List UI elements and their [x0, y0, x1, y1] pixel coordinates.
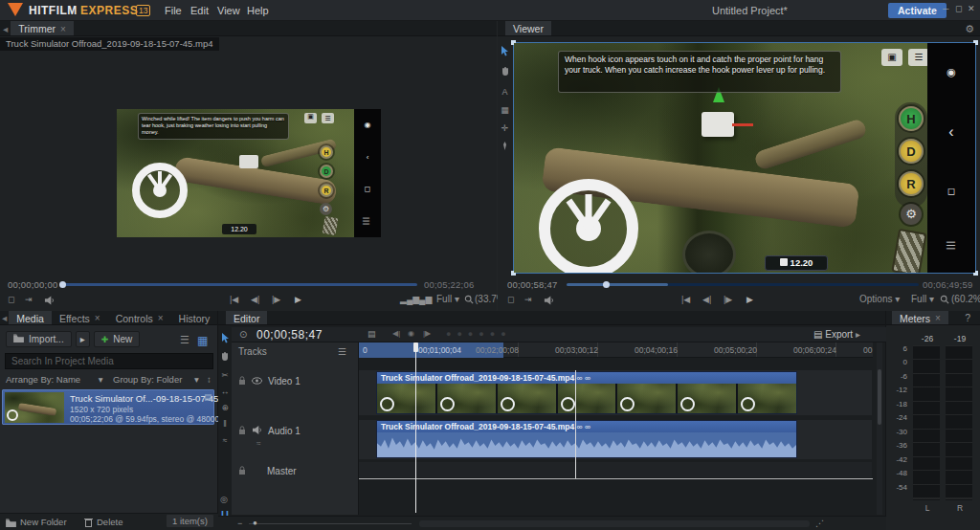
- new-folder-icon[interactable]: [6, 519, 16, 529]
- lock-icon[interactable]: [238, 426, 246, 436]
- viewer-seek-bar[interactable]: [567, 283, 919, 286]
- loop-icon[interactable]: ◻: [507, 295, 514, 304]
- maximize-button[interactable]: ◻: [955, 4, 962, 13]
- viewer-fit-select[interactable]: Full ▾: [911, 294, 934, 304]
- frame-forward-icon[interactable]: |▶: [724, 295, 732, 304]
- video-clip[interactable]: Truck Simulator Offroad_2019-09-18-15-07…: [376, 371, 797, 414]
- prev-keyframe-icon[interactable]: ◀|: [392, 329, 400, 338]
- new-folder-button[interactable]: New Folder: [20, 517, 67, 527]
- text-tool-icon[interactable]: A: [501, 87, 507, 97]
- orbit-tool-icon[interactable]: ◎: [220, 495, 228, 504]
- trimmer-seek-bar[interactable]: [61, 283, 417, 286]
- group-by-select[interactable]: Group By: Folder ▾: [113, 374, 199, 385]
- rate-stretch-tool-icon[interactable]: ‖: [223, 419, 227, 429]
- trimmer-playhead-handle[interactable]: [59, 281, 66, 288]
- master-lane[interactable]: [359, 462, 872, 477]
- loop-icon[interactable]: ◻: [8, 295, 14, 304]
- editor-vscrollbar[interactable]: [877, 342, 882, 515]
- arrange-by-select[interactable]: Arrange By: Name ▾: [6, 374, 103, 385]
- dropper-tool-icon[interactable]: [501, 142, 509, 153]
- delete-icon[interactable]: [84, 518, 93, 529]
- timeline-playhead[interactable]: [415, 342, 416, 513]
- levels-icon[interactable]: ▄▆: [419, 295, 432, 304]
- menu-help[interactable]: Help: [247, 5, 269, 16]
- frame-back-icon[interactable]: ◀|: [702, 295, 711, 304]
- tab-close-icon[interactable]: ×: [95, 313, 100, 323]
- trimmer-video-preview[interactable]: Winched while lifted! The item dangers t…: [117, 109, 381, 237]
- tab-editor[interactable]: Editor: [226, 311, 267, 324]
- ripple-tool-icon[interactable]: ↔: [221, 386, 230, 396]
- viewer-video-frame[interactable]: When hook icon appears touch on it and c…: [513, 42, 976, 274]
- zoom-slider-handle[interactable]: ●: [253, 519, 257, 527]
- viewer-playhead-handle[interactable]: [603, 281, 610, 288]
- tab-viewer[interactable]: Viewer: [505, 21, 551, 35]
- audio-sync-icon[interactable]: ≈: [256, 439, 260, 448]
- menu-file[interactable]: File: [165, 5, 182, 16]
- go-to-start-icon[interactable]: |◀: [230, 295, 238, 304]
- panel-help-icon[interactable]: ?: [957, 311, 978, 323]
- import-dropdown-button[interactable]: ▸: [76, 331, 90, 347]
- editor-hscrollbar[interactable]: [419, 520, 810, 527]
- playhead-grip[interactable]: [413, 342, 418, 352]
- lock-icon[interactable]: [238, 376, 246, 386]
- panel-gear-icon[interactable]: ⚙: [965, 23, 974, 35]
- next-keyframe-icon[interactable]: |▶: [423, 329, 431, 338]
- snapshot-icon[interactable]: ▤: [368, 329, 376, 339]
- minimize-button[interactable]: ─: [943, 4, 948, 13]
- frame-forward-icon[interactable]: |▶: [272, 295, 280, 304]
- hand-tool-icon[interactable]: [501, 67, 510, 78]
- lock-icon[interactable]: [238, 466, 246, 476]
- zoom-magnifier-icon[interactable]: [940, 295, 949, 306]
- viewer-options-select[interactable]: Options ▾: [859, 294, 900, 304]
- tab-close-icon[interactable]: ×: [158, 313, 164, 323]
- slip-tool-icon[interactable]: ⊕: [221, 403, 228, 412]
- razor-tool-icon[interactable]: ✂: [221, 370, 228, 380]
- go-to-start-icon[interactable]: |◀: [681, 295, 690, 304]
- vscrollbar-thumb[interactable]: [878, 369, 881, 425]
- new-button[interactable]: ✚ New: [94, 331, 141, 347]
- editor-timecode[interactable]: 00;00;58;47: [256, 328, 323, 342]
- trimmer-fit-select[interactable]: Full ▾: [436, 294, 459, 304]
- export-frame-icon[interactable]: ⇥: [524, 295, 532, 304]
- histogram-icon[interactable]: ▂▄▆: [400, 295, 419, 304]
- hand-tool-icon[interactable]: [220, 352, 230, 364]
- eye-icon[interactable]: [252, 376, 262, 386]
- menu-edit[interactable]: Edit: [190, 5, 209, 16]
- play-icon[interactable]: ▶: [746, 295, 753, 304]
- channels-tool-icon[interactable]: ▦: [501, 105, 509, 115]
- media-item-row[interactable]: Truck Simulator Of...-09-18-15-07-45.mp4…: [2, 389, 214, 425]
- tab-media[interactable]: Media: [9, 311, 52, 324]
- move-tool-icon[interactable]: ✛: [501, 123, 509, 133]
- panel-scroll-left-icon[interactable]: ◂: [0, 21, 11, 35]
- sort-direction-icon[interactable]: ↕: [207, 374, 212, 385]
- timeline-option-buttons[interactable]: ●●●●●●: [446, 329, 512, 339]
- delete-button[interactable]: Delete: [97, 517, 122, 527]
- play-icon[interactable]: ▶: [295, 295, 301, 304]
- speaker-icon[interactable]: [252, 426, 262, 436]
- frame-back-icon[interactable]: ◀|: [251, 295, 259, 304]
- zoom-out-icon[interactable]: −: [237, 519, 242, 528]
- export-frame-icon[interactable]: ⇥: [25, 295, 33, 304]
- audio-clip[interactable]: Truck Simulator Offroad_2019-09-18-15-07…: [376, 420, 797, 458]
- tab-controls[interactable]: Controls×: [108, 311, 171, 324]
- export-button[interactable]: ▤ Export ▸: [813, 329, 860, 340]
- panel-scroll-left-icon[interactable]: ◂: [0, 311, 9, 324]
- select-tool-icon[interactable]: [501, 46, 509, 58]
- activate-button[interactable]: Activate: [888, 3, 947, 18]
- video-track-header[interactable]: Video 1: [231, 374, 359, 387]
- mute-icon[interactable]: [544, 296, 554, 307]
- resize-grip-icon[interactable]: ⋰: [815, 519, 824, 528]
- select-tool-icon[interactable]: [221, 333, 230, 345]
- media-search[interactable]: [5, 353, 213, 369]
- timeline-zoom-slider[interactable]: [249, 523, 412, 524]
- audio-track-header[interactable]: Audio 1: [231, 424, 359, 437]
- master-track-header[interactable]: Master: [231, 464, 359, 477]
- grid-view-icon[interactable]: ▦: [197, 334, 208, 347]
- add-keyframe-icon[interactable]: ◉: [408, 329, 414, 338]
- import-button[interactable]: Import...: [6, 331, 72, 347]
- mute-icon[interactable]: [44, 296, 55, 307]
- close-button[interactable]: ✕: [968, 4, 975, 13]
- timeline-ruler[interactable]: 0 00;01;00;04 00;02;00;08 00;03;00;12 00…: [359, 342, 873, 358]
- viewer-zoom-select[interactable]: (60.2%): [951, 294, 980, 304]
- envelope-tool-icon[interactable]: ≈: [223, 435, 228, 445]
